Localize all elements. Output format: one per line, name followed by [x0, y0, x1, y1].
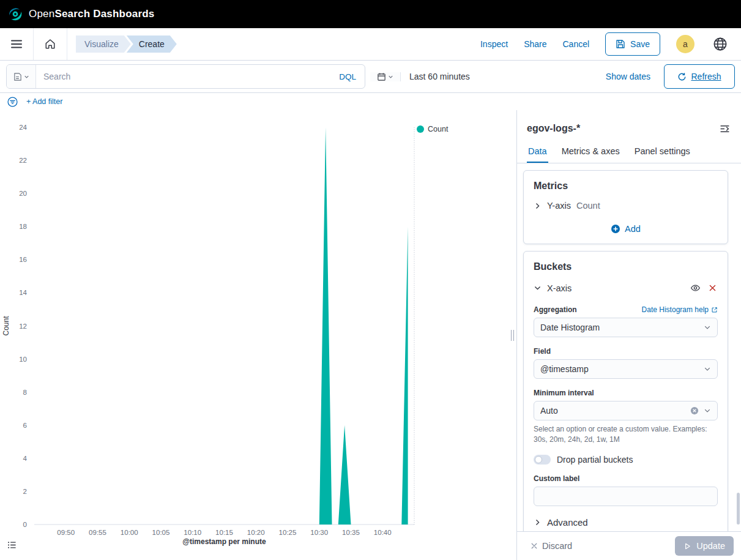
refresh-icon [677, 72, 687, 81]
add-metric-button[interactable]: Add [611, 224, 641, 234]
resizer-grip-icon [511, 330, 514, 341]
y-tick-label: 4 [23, 455, 28, 462]
panel-resizer-handle[interactable] [508, 110, 516, 560]
save-button[interactable]: Save [605, 32, 660, 56]
field-select[interactable]: @timestamp [534, 359, 718, 379]
search-input[interactable] [36, 65, 330, 88]
y-axis-title: Count [2, 316, 10, 336]
toolbar: Visualize Create Inspect Share Cancel Sa… [0, 28, 741, 61]
count-area-series[interactable] [34, 127, 408, 525]
custom-label-label: Custom label [534, 474, 718, 483]
y-axis-metric-row[interactable]: Y-axis Count [534, 201, 718, 211]
filter-menu-button[interactable] [7, 97, 18, 107]
play-icon [683, 542, 691, 550]
custom-label-input[interactable] [534, 487, 718, 506]
cancel-button[interactable]: Cancel [562, 39, 589, 49]
drop-partial-buckets-label: Drop partial buckets [557, 455, 633, 465]
sidebar-tabs: Data Metrics & axes Panel settings [517, 138, 741, 163]
scrollbar-thumb[interactable] [737, 493, 740, 525]
brand-title-bold: Search Dashboards [54, 8, 154, 20]
globe-icon [713, 37, 728, 51]
visualization-chart: 02468101214161820222409:5009:5510:0010:0… [0, 110, 508, 560]
clear-value-icon[interactable] [690, 406, 699, 415]
help-link-label: Date Histogram help [642, 305, 709, 314]
update-button[interactable]: Update [675, 536, 734, 556]
saved-query-icon [13, 72, 22, 81]
buckets-card: Buckets X-axis [523, 251, 728, 531]
home-cell [34, 28, 67, 60]
cross-icon [709, 284, 717, 292]
y-tick-label: 18 [19, 223, 27, 230]
legend-item-count[interactable]: Count [417, 125, 448, 133]
remove-bucket-button[interactable] [707, 283, 718, 293]
x-axis-title: @timestamp per minute [182, 537, 266, 546]
chevron-down-icon [704, 324, 711, 331]
y-tick-label: 8 [23, 389, 27, 396]
discard-label: Discard [542, 541, 572, 551]
legend-toggle-button[interactable] [6, 539, 18, 553]
query-language-button[interactable]: DQL [330, 65, 365, 88]
date-picker: Last 60 minutes Show dates [370, 72, 659, 81]
show-dates-button[interactable]: Show dates [597, 72, 659, 81]
calendar-icon [377, 72, 386, 81]
opensearch-brand[interactable]: OpenSearch Dashboards [7, 6, 154, 22]
breadcrumb: Visualize Create [76, 35, 177, 53]
area-chart: 02468101214161820222409:5009:5510:0010:0… [0, 110, 508, 560]
breadcrumb-create-label: Create [139, 39, 165, 49]
time-range-value[interactable]: Last 60 minutes [401, 72, 597, 81]
breadcrumb-visualize-label: Visualize [84, 39, 119, 49]
inspect-button[interactable]: Inspect [480, 39, 508, 49]
tab-data[interactable]: Data [527, 141, 548, 163]
chevron-right-icon [534, 518, 542, 526]
share-button[interactable]: Share [524, 39, 546, 49]
x-tick-label: 10:20 [247, 529, 265, 536]
refresh-button-label: Refresh [691, 72, 721, 81]
saved-query-menu-button[interactable] [7, 65, 36, 88]
y-tick-label: 6 [23, 422, 27, 429]
filter-bar: + Add filter [0, 93, 741, 110]
aggregation-label: Aggregation [534, 305, 577, 314]
advanced-label: Advanced [547, 517, 588, 528]
tab-metrics-axes[interactable]: Metrics & axes [560, 141, 621, 163]
toggle-visibility-button[interactable] [689, 282, 702, 294]
aggregation-select[interactable]: Date Histogram [534, 318, 718, 337]
collapse-sidebar-button[interactable] [717, 121, 732, 136]
x-tick-label: 10:40 [374, 529, 392, 536]
menu-right-icon [720, 124, 730, 134]
home-button[interactable] [42, 36, 58, 52]
home-icon [45, 39, 56, 50]
y-tick-label: 20 [19, 190, 27, 197]
y-tick-label: 2 [23, 488, 27, 495]
y-tick-label: 10 [19, 356, 27, 363]
refresh-button[interactable]: Refresh [664, 64, 735, 89]
toolbar-actions: Inspect Share Cancel Save a [480, 32, 735, 56]
field-value: @timestamp [540, 364, 589, 374]
x-tick-label: 10:10 [184, 529, 201, 536]
chevron-down-icon [388, 74, 393, 80]
x-tick-label: 10:15 [215, 529, 233, 536]
external-link-icon [711, 307, 718, 313]
advanced-section-toggle[interactable]: Advanced [534, 517, 588, 528]
date-histogram-help-link[interactable]: Date Histogram help [642, 305, 718, 314]
breadcrumb-create: Create [127, 35, 177, 53]
sidebar-content: Metrics Y-axis Count Add [517, 163, 741, 531]
tab-panel-settings[interactable]: Panel settings [633, 141, 691, 163]
minimum-interval-combobox[interactable]: Auto [534, 401, 718, 420]
calendar-menu-button[interactable] [370, 72, 401, 81]
update-label: Update [696, 541, 725, 551]
drop-partial-buckets-toggle[interactable] [534, 455, 551, 465]
app-header: OpenSearch Dashboards [0, 0, 741, 28]
add-filter-button[interactable]: + Add filter [26, 97, 62, 106]
hamburger-menu-button[interactable] [9, 37, 24, 51]
metric-row-label: Y-axis [547, 201, 571, 211]
discard-button[interactable]: Discard [524, 537, 578, 554]
eye-icon [690, 283, 701, 293]
avatar[interactable]: a [676, 35, 694, 53]
y-tick-label: 22 [19, 157, 27, 164]
x-axis-bucket-row[interactable]: X-axis [534, 282, 718, 294]
brand-title-light: Open [29, 8, 54, 20]
help-globe-button[interactable] [710, 34, 730, 54]
save-icon [616, 39, 625, 49]
minimum-interval-label: Minimum interval [534, 389, 718, 397]
breadcrumb-visualize[interactable]: Visualize [76, 35, 131, 53]
